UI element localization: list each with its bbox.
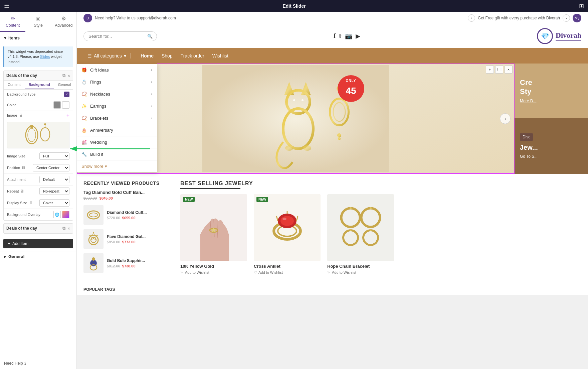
dropdown-anniversary[interactable]: 🎂 Anniversary <box>77 124 157 136</box>
display-size-select[interactable]: Cover <box>39 199 69 207</box>
repeat-label: Repeat 🖥 <box>7 189 24 194</box>
heart-icon-3: ♡ <box>327 270 331 274</box>
bg-type-checkbox[interactable]: ✓ <box>64 92 69 97</box>
product-grid: NEW 10K Y <box>180 194 581 274</box>
add-item-button[interactable]: + Add Item <box>3 239 73 248</box>
slider-next-arrow[interactable]: › <box>500 113 511 124</box>
nav-shop[interactable]: Shop <box>162 53 173 58</box>
grid-icon[interactable]: ⊞ <box>579 2 584 10</box>
dropdown-build-it[interactable]: 🔧 Build it <box>77 148 157 160</box>
dropdown-gift-ideas[interactable]: 🎁 Gift Ideas › <box>77 64 157 76</box>
search-icon[interactable]: 🔍 <box>147 34 153 39</box>
product-2-new-price: $773.00 <box>122 240 136 244</box>
need-help[interactable]: Need Help ℹ <box>0 358 76 369</box>
price-badge-group: ONLY $ 45 <box>338 75 364 102</box>
topbar-prev[interactable]: ‹ <box>468 14 475 22</box>
attachment-select[interactable]: Default <box>39 176 69 183</box>
product-1-prices: $720.00 $655.00 <box>107 216 147 220</box>
slider-move-btn[interactable]: ⋮⋮ <box>495 66 503 74</box>
items-label: Items <box>8 35 20 40</box>
image-preview[interactable] <box>7 122 69 148</box>
nav-track-order[interactable]: Track order <box>181 53 204 58</box>
hamburger-icon[interactable]: ☰ <box>4 2 9 10</box>
twitter-icon[interactable]: 𝕥 <box>339 32 342 40</box>
item-card-2-title: Deals of the day <box>6 226 37 231</box>
items-arrow-icon: ▾ <box>4 35 6 40</box>
tab-style[interactable]: ◎ Style <box>25 12 51 32</box>
add-item-label: Add Item <box>12 241 28 246</box>
svg-point-49 <box>350 230 352 231</box>
tab-advanced[interactable]: ⚙ Advanced <box>51 12 76 32</box>
dropdown-necklaces[interactable]: 📿 Necklaces › <box>77 88 157 100</box>
site-topbar-left: D Need help? Write to us support@divorah… <box>83 14 176 22</box>
brand-avatar: D <box>83 14 92 22</box>
overlay-gradient-btn[interactable] <box>62 211 69 218</box>
slides-link[interactable]: Slides <box>40 54 50 58</box>
dropdown-necklaces-label: Necklaces <box>90 92 110 97</box>
svg-point-19 <box>337 133 341 137</box>
recently-viewed: RECENTLY VIEWED PRODUCTS Tag Diamond Gol… <box>83 180 167 277</box>
facebook-icon[interactable]: f <box>334 32 336 40</box>
products-section: RECENTLY VIEWED PRODUCTS Tag Diamond Gol… <box>77 174 588 284</box>
position-field: Position 🖥 Center Center <box>4 162 73 174</box>
tab-content[interactable]: ✏ Content <box>0 12 25 32</box>
image-label-text: Image <box>7 113 17 117</box>
wishlist-btn-2[interactable]: ♡ Add to Wishlist <box>254 270 321 274</box>
list-item: Pave Diamond Gol... $850.00 $773.00 <box>83 229 167 249</box>
color-white-btn[interactable] <box>62 101 69 109</box>
logo-diamond-icon: 💎 <box>537 28 553 44</box>
item2-close-icon[interactable]: × <box>67 226 70 231</box>
sub-tab-background[interactable]: Background <box>25 81 54 89</box>
slider-jewelry-svg: ONLY $ 45 <box>202 65 389 172</box>
popular-tags-label: POPULAR TAGS <box>83 287 115 292</box>
item-card-2-actions: ⧉ × <box>62 226 70 231</box>
list-item: Gold Bule Sapphir... $812.00 $738.00 <box>83 253 167 273</box>
item-close-icon[interactable]: × <box>67 73 70 78</box>
slider-add-btn[interactable]: + <box>486 66 494 74</box>
product-3-new-price: $738.00 <box>122 264 136 268</box>
wishlist-btn-1[interactable]: ♡ Add to Wishlist <box>180 270 247 274</box>
gift-icon: 🎁 <box>81 68 87 73</box>
svg-point-40 <box>280 216 294 226</box>
color-picker-btn[interactable] <box>53 101 61 109</box>
dropdown-bracelets[interactable]: 📿 Bracelets › <box>77 112 157 124</box>
right-panel-discount-link[interactable]: Go To S... <box>520 154 538 159</box>
user-avatar[interactable]: My <box>573 14 581 22</box>
instagram-icon[interactable]: 📷 <box>345 32 352 40</box>
general-section[interactable]: ▸ General <box>0 251 76 262</box>
need-help-label: Need Help <box>4 361 23 366</box>
sub-tab-content[interactable]: Content <box>4 81 25 89</box>
repeat-label-text: Repeat <box>7 189 19 193</box>
dropdown-wedding[interactable]: 💒 Wedding <box>77 136 157 148</box>
all-categories-btn[interactable]: ☰ All categories ▾ <box>83 53 131 58</box>
dropdown-item-left-earrings: ✨ Earrings <box>81 104 106 109</box>
dropdown-rings[interactable]: 💍 Rings › <box>77 76 157 88</box>
image-add-icon[interactable]: + <box>66 112 69 118</box>
topbar-next[interactable]: › <box>563 14 570 22</box>
image-size-select[interactable]: Full <box>39 152 69 160</box>
product-info-1: Diamond Gold Cuff... $720.00 $655.00 <box>107 210 147 220</box>
nav-wishlist[interactable]: Wishlist <box>212 53 228 58</box>
search-bar[interactable]: 🔍 <box>83 31 157 41</box>
wishlist-btn-3[interactable]: ♡ Add to Wishlist <box>327 270 394 274</box>
repeat-select[interactable]: No-repeat <box>39 188 69 195</box>
slider-close-btn[interactable]: × <box>505 66 513 74</box>
image-size-label: Image Size <box>7 154 25 158</box>
item2-copy-icon[interactable]: ⧉ <box>62 226 65 231</box>
show-more[interactable]: Show more ▾ <box>77 160 157 172</box>
sub-tab-general[interactable]: General <box>54 81 73 89</box>
nav-home[interactable]: Home <box>141 53 154 58</box>
product-thumb-3 <box>83 253 104 273</box>
svg-point-10 <box>293 99 295 101</box>
youtube-icon[interactable]: ▶ <box>356 32 360 40</box>
overlay-globe-btn[interactable]: 🌐 <box>53 211 61 218</box>
search-input[interactable] <box>88 34 145 39</box>
item-copy-icon[interactable]: ⧉ <box>62 73 65 78</box>
svg-point-32 <box>92 257 95 261</box>
product-thumb-2 <box>83 229 104 249</box>
dropdown-earrings[interactable]: ✨ Earrings › <box>77 100 157 112</box>
position-select[interactable]: Center Center <box>33 164 69 171</box>
product-info-2: Pave Diamond Gol... $850.00 $773.00 <box>107 234 146 244</box>
right-panel-creative-link[interactable]: More D... <box>520 99 536 103</box>
all-categories-label: All categories <box>94 53 122 58</box>
